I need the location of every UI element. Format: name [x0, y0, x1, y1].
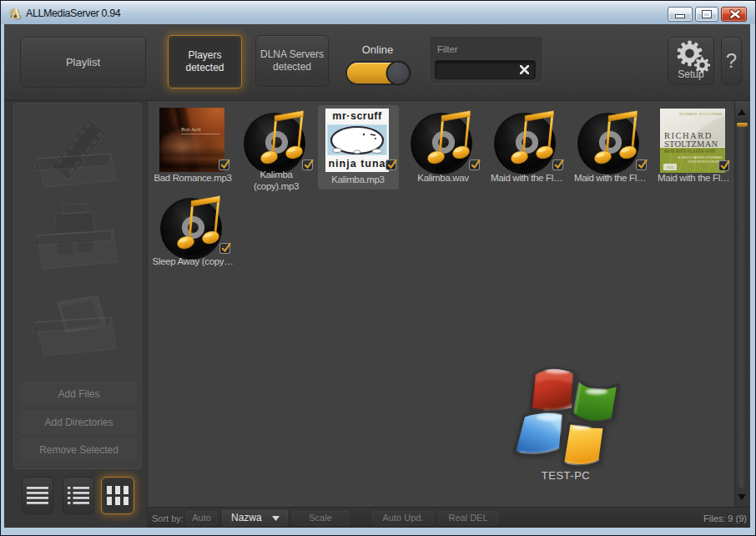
svg-text:SONG WITHOUT WORDS: SONG WITHOUT WORDS [688, 160, 722, 164]
svg-text:MAID WITH FLAXEN HAIR: MAID WITH FLAXEN HAIR [664, 149, 716, 154]
svg-text:STOLTZMAN: STOLTZMAN [664, 139, 718, 149]
svg-text:A CHILD'S GARDEN OF DREAMS: A CHILD'S GARDEN OF DREAMS [678, 156, 722, 159]
svg-text:RICHARD STOLTZMAN: RICHARD STOLTZMAN [679, 112, 723, 116]
svg-text:RCA: RCA [667, 166, 673, 169]
